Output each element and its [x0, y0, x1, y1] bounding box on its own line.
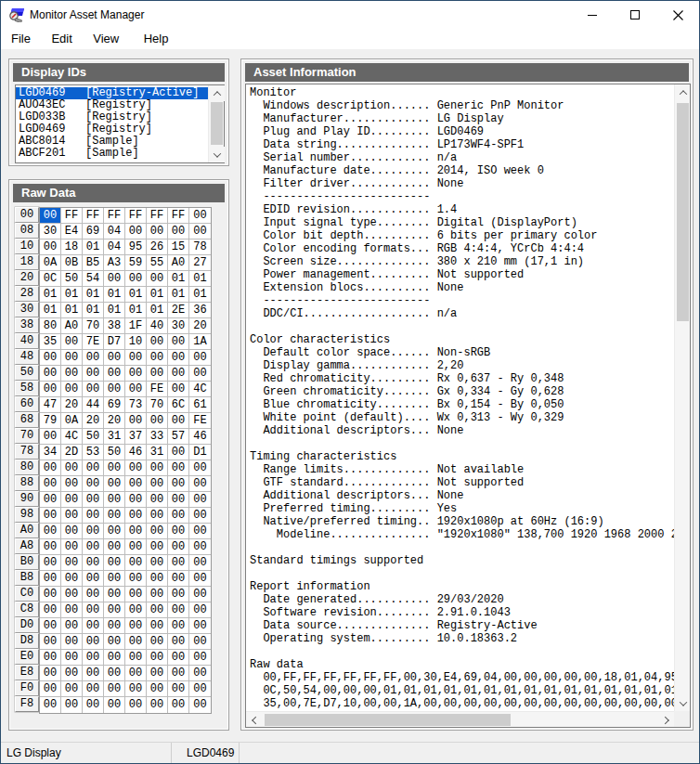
hex-byte-cell[interactable]: A3 [104, 255, 125, 271]
hex-byte-cell[interactable]: 00 [83, 350, 104, 366]
hex-offset-button[interactable]: 70 [15, 428, 39, 444]
hex-byte-cell[interactable]: 00 [147, 476, 168, 492]
hex-byte-cell[interactable]: 20 [61, 397, 83, 413]
hex-byte-cell[interactable]: 00 [83, 697, 104, 713]
hex-byte-cell[interactable]: 00 [40, 366, 61, 382]
hex-byte-cell[interactable]: 1F [125, 318, 147, 334]
hex-byte-cell[interactable]: 00 [125, 492, 147, 508]
hex-byte-cell[interactable]: 78 [189, 240, 211, 255]
hex-byte-cell[interactable]: 01 [83, 303, 104, 318]
hex-byte-cell[interactable]: 00 [168, 350, 189, 366]
hex-byte-cell[interactable]: 00 [189, 208, 211, 224]
hex-byte-cell[interactable]: 00 [168, 555, 189, 571]
hex-byte-cell[interactable]: 00 [147, 350, 168, 366]
hex-byte-cell[interactable]: 79 [40, 413, 61, 429]
hex-byte-cell[interactable]: 00 [40, 587, 61, 602]
hex-offset-button[interactable]: 48 [15, 349, 39, 365]
hex-byte-cell[interactable]: 4C [189, 382, 211, 397]
hex-byte-cell[interactable]: 30 [40, 224, 61, 240]
hex-byte-cell[interactable]: 00 [168, 382, 189, 397]
hex-byte-cell[interactable]: 00 [125, 666, 147, 681]
hex-byte-cell[interactable]: 69 [83, 224, 104, 240]
hex-byte-cell[interactable]: 00 [40, 697, 61, 713]
hex-byte-cell[interactable]: 00 [168, 492, 189, 508]
hex-byte-cell[interactable]: 00 [168, 334, 189, 350]
hex-byte-cell[interactable]: 00 [168, 539, 189, 555]
hex-byte-cell[interactable]: 00 [147, 224, 168, 240]
hex-byte-cell[interactable]: 00 [147, 508, 168, 524]
hex-byte-cell[interactable]: 47 [40, 397, 61, 413]
hex-byte-cell[interactable]: 34 [40, 445, 61, 460]
hex-byte-cell[interactable]: 00 [40, 618, 61, 634]
hex-byte-cell[interactable]: 00 [147, 413, 168, 429]
hex-byte-cell[interactable]: 00 [125, 697, 147, 713]
hex-byte-cell[interactable]: 00 [104, 571, 125, 587]
hex-offset-button[interactable]: 90 [15, 491, 39, 507]
hex-byte-cell[interactable]: 00 [83, 476, 104, 492]
hex-byte-cell[interactable]: 01 [168, 271, 189, 287]
hex-byte-cell[interactable]: 00 [147, 697, 168, 713]
hex-byte-cell[interactable]: 00 [125, 587, 147, 602]
hex-byte-cell[interactable]: 00 [83, 571, 104, 587]
hex-byte-cell[interactable]: 00 [147, 587, 168, 602]
hex-offset-button[interactable]: C8 [15, 602, 39, 617]
hex-offset-button[interactable]: 40 [15, 333, 39, 349]
hex-byte-cell[interactable]: 46 [125, 445, 147, 460]
hex-offset-button[interactable]: D0 [15, 617, 39, 633]
hex-byte-cell[interactable]: 00 [125, 350, 147, 366]
hex-byte-cell[interactable]: 00 [61, 508, 83, 524]
hex-byte-cell[interactable]: 00 [168, 366, 189, 382]
hex-byte-cell[interactable]: 00 [83, 508, 104, 524]
hex-byte-cell[interactable]: 00 [104, 634, 125, 650]
hex-byte-cell[interactable]: 00 [147, 602, 168, 618]
hex-byte-cell[interactable]: 00 [83, 460, 104, 476]
display-id-item[interactable]: ABCF201 [Sample] [16, 148, 208, 160]
hex-byte-cell[interactable]: 26 [147, 240, 168, 255]
hex-byte-cell[interactable]: 00 [125, 681, 147, 697]
hex-byte-cell[interactable]: 00 [104, 508, 125, 524]
hex-byte-cell[interactable]: 31 [147, 445, 168, 460]
hex-offset-button[interactable]: D8 [15, 633, 39, 649]
hex-byte-cell[interactable]: 00 [189, 492, 211, 508]
scroll-right-button[interactable] [658, 712, 674, 728]
hex-byte-cell[interactable]: 0A [61, 413, 83, 429]
hex-byte-cell[interactable]: 00 [189, 697, 211, 713]
hex-byte-cell[interactable]: 01 [189, 287, 211, 303]
hex-byte-cell[interactable]: 00 [61, 697, 83, 713]
hex-byte-cell[interactable]: 00 [61, 476, 83, 492]
hex-byte-cell[interactable]: 00 [104, 555, 125, 571]
hex-offset-button[interactable]: E8 [15, 665, 39, 680]
hex-byte-cell[interactable]: 00 [147, 524, 168, 539]
hex-byte-cell[interactable]: 00 [125, 555, 147, 571]
hex-byte-cell[interactable]: 00 [83, 555, 104, 571]
hex-byte-cell[interactable]: 00 [40, 524, 61, 539]
hex-byte-cell[interactable]: 00 [168, 524, 189, 539]
hex-byte-cell[interactable]: 00 [125, 460, 147, 476]
scroll-thumb[interactable] [265, 714, 511, 726]
hex-byte-cell[interactable]: 00 [125, 571, 147, 587]
hex-byte-cell[interactable]: 00 [168, 224, 189, 240]
hex-byte-cell[interactable]: 00 [147, 271, 168, 287]
hex-byte-cell[interactable]: 33 [147, 429, 168, 445]
hex-byte-cell[interactable]: 00 [168, 650, 189, 666]
hex-byte-cell[interactable]: 00 [189, 618, 211, 634]
hex-byte-cell[interactable]: 00 [104, 476, 125, 492]
hex-byte-cell[interactable]: 01 [40, 287, 61, 303]
hex-byte-cell[interactable]: 00 [189, 524, 211, 539]
hex-offset-button[interactable]: C0 [15, 586, 39, 602]
scroll-thumb[interactable] [211, 102, 223, 145]
hex-byte-cell[interactable]: 00 [40, 555, 61, 571]
menu-edit[interactable]: Edit [43, 29, 80, 49]
hex-byte-cell[interactable]: 00 [189, 350, 211, 366]
hex-byte-cell[interactable]: 31 [104, 429, 125, 445]
hex-byte-cell[interactable]: 00 [40, 476, 61, 492]
hex-byte-cell[interactable]: 00 [104, 271, 125, 287]
hex-offset-button[interactable]: 38 [15, 317, 39, 333]
hex-byte-cell[interactable]: FF [104, 208, 125, 224]
hex-byte-cell[interactable]: 00 [40, 666, 61, 681]
hex-byte-cell[interactable]: 00 [189, 366, 211, 382]
hex-byte-cell[interactable]: 00 [125, 224, 147, 240]
hex-byte-cell[interactable]: 01 [61, 303, 83, 318]
hex-byte-cell[interactable]: 00 [83, 492, 104, 508]
hex-byte-cell[interactable]: 2E [168, 303, 189, 318]
